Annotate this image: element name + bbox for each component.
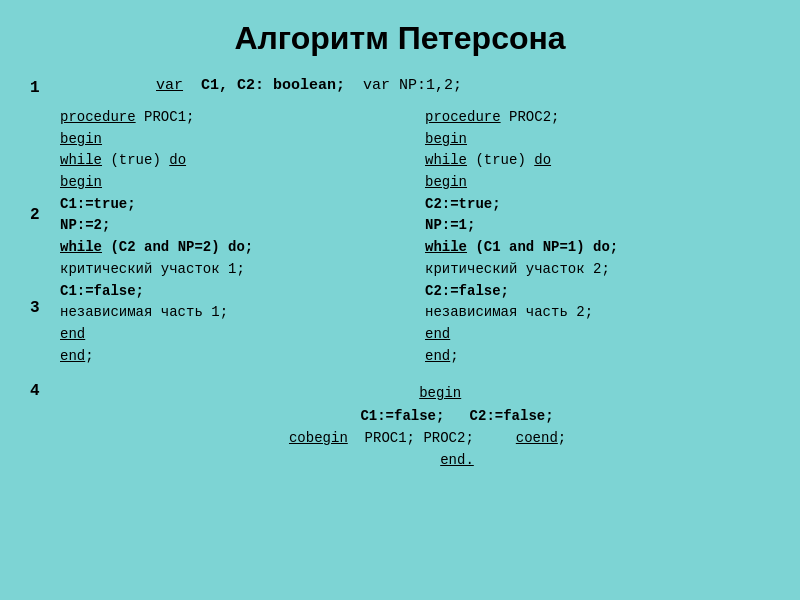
- proc1-line3: while (true) do: [60, 150, 405, 172]
- proc1-line10: независимая часть 1;: [60, 302, 405, 324]
- bottom-line3: cobegin PROC1; PROC2; coend;: [60, 427, 770, 449]
- page-title: Алгоритм Петерсона: [30, 20, 770, 57]
- proc2-line8: критический участок 2;: [425, 259, 770, 281]
- proc1-line8: критический участок 1;: [60, 259, 405, 281]
- numbers-column: 2 3: [30, 107, 60, 317]
- var-keyword: var: [156, 77, 183, 94]
- page: Алгоритм Петерсона 1 var C1, C2: boolean…: [0, 0, 800, 600]
- code-area: procedure PROC1; begin while (true) do b…: [60, 107, 770, 367]
- proc1-line11: end: [60, 324, 405, 346]
- bottom-line4: end.: [60, 449, 770, 471]
- procedures-block: 2 3 procedure PROC1; begin while (true) …: [30, 107, 770, 367]
- proc2-line5: C2:=true;: [425, 194, 770, 216]
- bottom-line2: C1:=false; C2:=false;: [60, 405, 770, 427]
- proc1-line12: end;: [60, 346, 405, 368]
- proc2-line4: begin: [425, 172, 770, 194]
- proc1-line1: procedure PROC1;: [60, 107, 405, 129]
- proc2-line3: while (true) do: [425, 150, 770, 172]
- bottom-block: 4 begin C1:=false; C2:=false; cobegin PR…: [30, 382, 770, 472]
- proc2-line9: C2:=false;: [425, 281, 770, 303]
- line-number-4: 4: [30, 382, 60, 400]
- proc2-line11: end: [425, 324, 770, 346]
- proc2-line7: while (C1 and NP=1) do;: [425, 237, 770, 259]
- proc1-column: procedure PROC1; begin while (true) do b…: [60, 107, 405, 367]
- proc1-line5: C1:=true;: [60, 194, 405, 216]
- proc2-line2: begin: [425, 129, 770, 151]
- num-spacer-mid: [30, 224, 60, 298]
- proc1-line6: NP:=2;: [60, 215, 405, 237]
- proc1-line4: begin: [60, 172, 405, 194]
- var-c1c2: C1, C2: boolean;: [201, 77, 345, 94]
- proc2-line1: procedure PROC2;: [425, 107, 770, 129]
- proc2-line6: NP:=1;: [425, 215, 770, 237]
- proc1-line9: C1:=false;: [60, 281, 405, 303]
- proc1-line2: begin: [60, 129, 405, 151]
- line-number-2: 2: [30, 206, 60, 224]
- line-number-1: 1: [30, 77, 60, 97]
- var-declaration: var C1, C2: boolean; var NP:1,2;: [120, 77, 462, 94]
- proc2-line10: независимая часть 2;: [425, 302, 770, 324]
- proc1-line7: while (C2 and NP=2) do;: [60, 237, 405, 259]
- num-spacer-top: [30, 107, 60, 206]
- proc2-line12: end;: [425, 346, 770, 368]
- line1-block: 1 var C1, C2: boolean; var NP:1,2;: [30, 77, 770, 97]
- proc2-column: procedure PROC2; begin while (true) do b…: [425, 107, 770, 367]
- line-number-3: 3: [30, 299, 60, 317]
- bottom-code: begin C1:=false; C2:=false; cobegin PROC…: [60, 382, 770, 472]
- bottom-line1: begin: [60, 382, 770, 404]
